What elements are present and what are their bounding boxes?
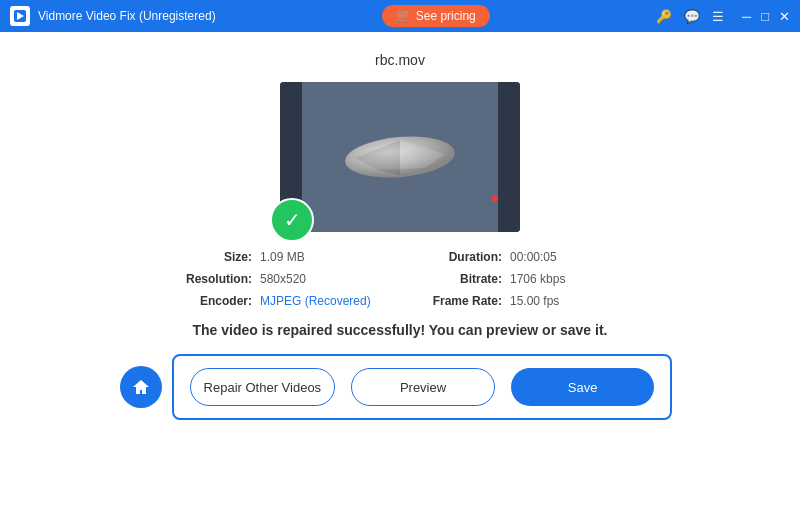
title-bar-center: 🛒 See pricing: [382, 5, 490, 27]
file-name: rbc.mov: [375, 52, 425, 68]
save-button[interactable]: Save: [511, 368, 654, 406]
close-button[interactable]: ✕: [779, 9, 790, 24]
app-title: Vidmore Video Fix (Unregistered): [38, 9, 216, 23]
action-bar: Repair Other Videos Preview Save: [120, 354, 680, 420]
video-thumbnail: ✓: [280, 82, 520, 232]
main-content: rbc.mov ✓: [0, 32, 800, 519]
menu-icon[interactable]: ☰: [712, 9, 724, 24]
framerate-value: 15.00 fps: [510, 294, 640, 308]
home-icon: [131, 377, 151, 397]
cart-icon: 🛒: [396, 9, 411, 23]
resolution-label: Resolution:: [140, 272, 260, 286]
title-bar: Vidmore Video Fix (Unregistered) 🛒 See p…: [0, 0, 800, 32]
bitrate-value: 1706 kbps: [510, 272, 640, 286]
framerate-label: Frame Rate:: [390, 294, 510, 308]
success-badge: ✓: [270, 198, 314, 242]
duration-value: 00:00:05: [510, 250, 640, 264]
title-bar-controls: 🔑 💬 ☰ ─ □ ✕: [656, 9, 790, 24]
video-inner: [280, 82, 520, 232]
window-controls: ─ □ ✕: [742, 9, 790, 24]
preview-button[interactable]: Preview: [351, 368, 496, 406]
maximize-button[interactable]: □: [761, 9, 769, 24]
success-message: The video is repaired successfully! You …: [193, 322, 608, 338]
bitrate-label: Bitrate:: [390, 272, 510, 286]
home-button[interactable]: [120, 366, 162, 408]
size-label: Size:: [140, 250, 260, 264]
see-pricing-button[interactable]: 🛒 See pricing: [382, 5, 490, 27]
action-bar-border: Repair Other Videos Preview Save: [172, 354, 672, 420]
info-table: Size: 1.09 MB Duration: 00:00:05 Resolut…: [140, 250, 660, 308]
encoder-label: Encoder:: [140, 294, 260, 308]
see-pricing-label: See pricing: [416, 9, 476, 23]
cursor-dot: [491, 195, 498, 202]
video-object-svg: [335, 130, 465, 185]
minimize-button[interactable]: ─: [742, 9, 751, 24]
encoder-value: MJPEG (Recovered): [260, 294, 390, 308]
resolution-value: 580x520: [260, 272, 390, 286]
app-icon: [10, 6, 30, 26]
duration-label: Duration:: [390, 250, 510, 264]
chat-icon[interactable]: 💬: [684, 9, 700, 24]
repair-other-videos-button[interactable]: Repair Other Videos: [190, 368, 335, 406]
title-bar-left: Vidmore Video Fix (Unregistered): [10, 6, 216, 26]
size-value: 1.09 MB: [260, 250, 390, 264]
key-icon[interactable]: 🔑: [656, 9, 672, 24]
checkmark-icon: ✓: [284, 208, 301, 232]
